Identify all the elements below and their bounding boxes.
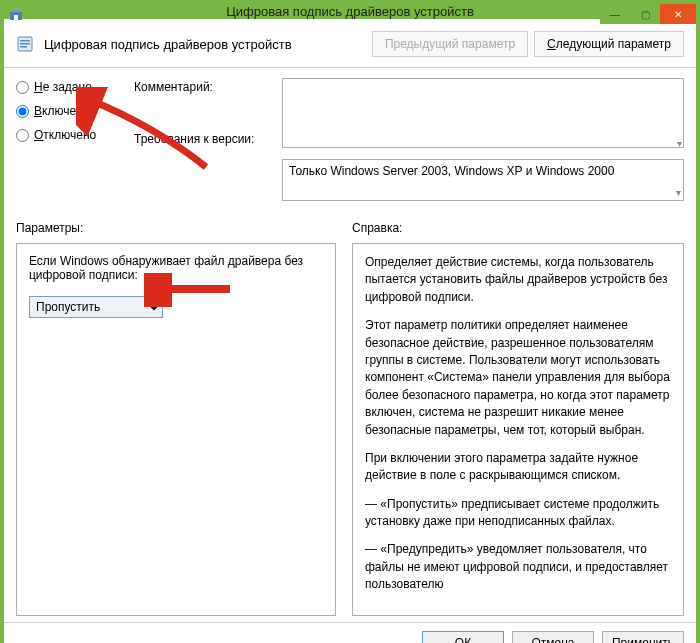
minimize-button[interactable]: — <box>600 4 630 24</box>
scroll-down-icon[interactable]: ▾ <box>676 187 681 198</box>
gpedit-icon <box>8 6 24 22</box>
radio-disabled-label[interactable]: Отключено <box>34 128 96 142</box>
apply-button[interactable]: Применить <box>602 631 684 643</box>
svg-rect-5 <box>20 46 27 48</box>
comment-field[interactable] <box>282 78 684 148</box>
comment-label: Комментарий: <box>134 80 274 94</box>
radio-disabled[interactable] <box>16 129 29 142</box>
svg-rect-4 <box>20 43 30 45</box>
help-label: Справка: <box>352 221 684 235</box>
help-panel: Определяет действие системы, когда польз… <box>352 243 684 616</box>
svg-rect-3 <box>20 40 30 42</box>
maximize-button[interactable]: ▢ <box>630 4 660 24</box>
signing-action-select[interactable]: Пропустить <box>29 296 163 318</box>
ok-button[interactable]: ОК <box>422 631 504 643</box>
state-radio-group: Не задано Включено Отключено <box>16 78 126 201</box>
scroll-down-icon[interactable]: ▾ <box>677 138 682 149</box>
help-text: — «Пропустить» предписывает системе прод… <box>365 496 671 531</box>
help-text: При включении этого параметра задайте ну… <box>365 450 671 485</box>
policy-icon <box>16 34 36 54</box>
titlebar: Цифровая подпись драйверов устройств — ▢… <box>4 4 696 19</box>
dialog-footer: ОК Отмена Применить <box>4 622 696 643</box>
radio-enabled[interactable] <box>16 105 29 118</box>
help-text: Этот параметр политики определяет наимен… <box>365 317 671 439</box>
options-label: Параметры: <box>16 221 352 235</box>
supported-on-field: Только Windows Server 2003, Windows XP и… <box>282 159 684 201</box>
svg-rect-1 <box>14 15 18 20</box>
options-prompt: Если Windows обнаруживает файл драйвера … <box>29 254 323 282</box>
cancel-button[interactable]: Отмена <box>512 631 594 643</box>
options-panel: Если Windows обнаруживает файл драйвера … <box>16 243 336 616</box>
titlebar-controls: — ▢ ✕ <box>600 4 696 24</box>
window-title: Цифровая подпись драйверов устройств <box>226 4 474 19</box>
help-text: — «Предупредить» уведомляет пользователя… <box>365 541 671 593</box>
help-text: Определяет действие системы, когда польз… <box>365 254 671 306</box>
radio-not-configured[interactable] <box>16 81 29 94</box>
supported-label: Требования к версии: <box>134 132 274 146</box>
page-title: Цифровая подпись драйверов устройств <box>44 37 364 52</box>
next-setting-button[interactable]: Следующий параметр <box>534 31 684 57</box>
prev-setting-button: Предыдущий параметр <box>372 31 528 57</box>
radio-not-configured-label[interactable]: Не задано <box>34 80 92 94</box>
radio-enabled-label[interactable]: Включено <box>34 104 89 118</box>
close-button[interactable]: ✕ <box>660 4 696 24</box>
